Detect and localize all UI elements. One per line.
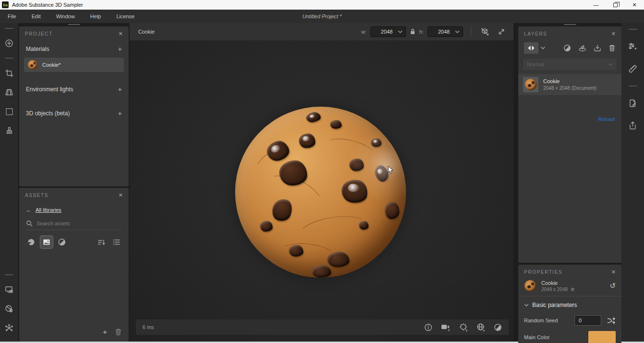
environment-settings-button[interactable]	[1, 301, 17, 317]
list-view-button[interactable]	[110, 236, 123, 248]
material-preview-button[interactable]	[494, 323, 502, 331]
main-color-swatch[interactable]	[588, 331, 616, 343]
width-dropdown[interactable]: 2048	[370, 26, 406, 37]
add-material-button[interactable]: +	[118, 45, 122, 53]
info-button[interactable]	[424, 323, 432, 331]
add-material-layer-button[interactable]	[563, 44, 571, 52]
menu-window[interactable]: Window	[48, 10, 83, 23]
basic-parameters-section[interactable]: Basic parameters	[518, 298, 621, 312]
add-layer-button[interactable]	[578, 45, 586, 52]
half-sphere-icon	[58, 238, 66, 246]
crop-tool-button[interactable]	[1, 65, 17, 81]
compare-options-button[interactable]	[541, 47, 545, 49]
app-window: Sa Adobe Substance 3D Sampler — ✕ File E…	[0, 0, 644, 343]
toolbar-divider	[5, 274, 13, 275]
delete-layer-button[interactable]	[608, 44, 616, 52]
menu-edit[interactable]: Edit	[24, 10, 48, 23]
width-label: w:	[361, 29, 367, 35]
layers-panel: LAYERS ✕	[518, 26, 621, 263]
add-resource-button[interactable]	[1, 35, 17, 51]
import-layer-button[interactable]	[594, 44, 601, 52]
node-graph-button[interactable]	[1, 320, 17, 336]
reload-link[interactable]: Reload	[518, 116, 621, 122]
panel-drag-handle[interactable]	[564, 24, 576, 25]
project-panel: PROJECT ✕ Materials + Cookie* Environmen…	[19, 26, 129, 186]
project-panel-header: PROJECT ✕	[19, 26, 129, 40]
all-libraries-label: All libraries	[36, 207, 61, 213]
menu-license[interactable]: License	[108, 10, 142, 23]
globe-icon	[477, 323, 485, 331]
width-value: 2048	[378, 29, 396, 35]
pinned-parameters-button[interactable]	[625, 38, 641, 55]
environment-light-button[interactable]	[459, 323, 468, 331]
toolbar-separator	[471, 27, 471, 37]
perspective-tool-button[interactable]	[1, 84, 17, 100]
filter-images-button[interactable]	[40, 236, 53, 248]
cookie-3d-model[interactable]	[235, 107, 406, 278]
material-item-cookie[interactable]: Cookie*	[24, 58, 124, 72]
add-asset-button[interactable]: +	[103, 328, 107, 336]
layers-panel-title: LAYERS	[524, 31, 611, 37]
objects-section-header[interactable]: 3D objects (beta) +	[19, 105, 129, 122]
close-icon[interactable]: ✕	[611, 270, 616, 275]
edit-document-button[interactable]	[625, 95, 641, 111]
filter-materials-button[interactable]	[25, 236, 37, 248]
fullscreen-button[interactable]	[495, 25, 508, 38]
close-icon[interactable]: ✕	[119, 31, 123, 37]
chevron-down-icon	[524, 304, 529, 307]
marquee-icon	[5, 108, 13, 116]
properties-panel: PROPERTIES ✕ Cookie 2048 x 2048 ⚙ ↺	[518, 265, 621, 343]
chevron-down-icon	[608, 63, 613, 66]
material-thumbnail	[28, 60, 37, 70]
display-settings-button[interactable]	[1, 282, 17, 298]
all-libraries-link[interactable]: ← All libraries	[19, 202, 129, 217]
blend-mode-dropdown[interactable]: Normal	[523, 59, 617, 70]
viewport-tab-cookie[interactable]: Cookie	[138, 29, 358, 35]
share-export-button[interactable]	[625, 117, 641, 134]
layer-meta: 2048 × 2048 (Document)	[543, 86, 596, 91]
viewport-canvas[interactable]: 6 ms	[130, 40, 513, 342]
close-icon[interactable]: ✕	[119, 193, 123, 198]
menu-file[interactable]: File	[0, 10, 24, 23]
random-seed-input[interactable]	[574, 315, 601, 326]
right-panel-column: LAYERS ✕	[518, 23, 621, 342]
search-input[interactable]	[36, 220, 122, 226]
plus-circle-icon	[5, 39, 13, 48]
reset-parameters-button[interactable]: ↺	[609, 282, 616, 290]
materials-section-header[interactable]: Materials +	[19, 40, 129, 58]
camera-settings-button[interactable]	[441, 323, 451, 331]
gear-icon[interactable]: ⚙	[571, 287, 575, 292]
assets-panel-title: ASSETS	[25, 193, 119, 198]
compare-view-button[interactable]	[524, 42, 538, 54]
panel-drag-handle[interactable]	[68, 24, 80, 25]
basic-parameters-label: Basic parameters	[532, 302, 577, 308]
chevron-down-icon	[455, 30, 460, 34]
height-dropdown[interactable]: 2048	[428, 26, 463, 37]
material-sphere-icon	[563, 44, 571, 52]
add-object-button[interactable]: +	[118, 110, 122, 117]
layer-thumbnail	[523, 77, 538, 92]
measure-button[interactable]	[625, 61, 641, 77]
layers-panel-header: LAYERS ✕	[518, 26, 621, 40]
layer-item-cookie[interactable]: Cookie 2048 × 2048 (Document)	[518, 74, 621, 95]
display-mode-button[interactable]	[477, 323, 485, 331]
environment-lights-section-header[interactable]: Environment lights +	[19, 81, 129, 98]
main-color-label: Main Color	[524, 334, 588, 340]
lock-ratio-icon[interactable]	[410, 28, 416, 35]
random-seed-label: Random Seed	[524, 318, 574, 323]
marquee-tool-button[interactable]	[1, 103, 17, 120]
minimize-button[interactable]: —	[586, 0, 606, 10]
close-icon[interactable]: ✕	[611, 31, 616, 37]
menu-help[interactable]: Help	[83, 10, 109, 23]
add-environment-light-button[interactable]: +	[118, 86, 122, 93]
restore-button[interactable]	[606, 0, 625, 10]
close-window-button[interactable]: ✕	[625, 0, 644, 10]
delete-asset-icon[interactable]	[115, 328, 122, 336]
toggle-2d-3d-button[interactable]	[479, 25, 491, 38]
sort-button[interactable]	[95, 236, 107, 248]
ruler-icon	[628, 64, 637, 74]
clone-stamp-button[interactable]	[1, 122, 17, 139]
sliders-pin-icon	[628, 42, 637, 51]
filter-smart-materials-button[interactable]	[56, 236, 68, 248]
shuffle-icon[interactable]	[607, 317, 616, 324]
